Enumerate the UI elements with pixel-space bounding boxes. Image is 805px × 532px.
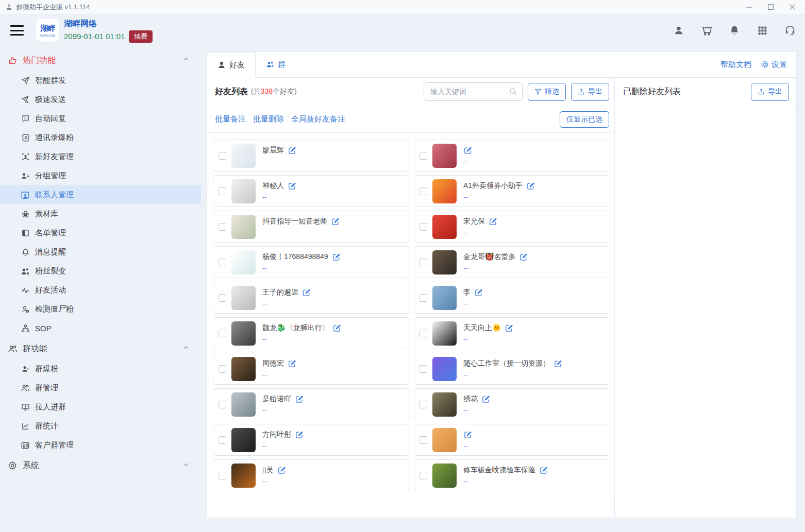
edit-remark-icon[interactable] <box>332 253 341 262</box>
friend-avatar <box>231 392 256 417</box>
minimize-button[interactable] <box>745 4 752 11</box>
sidebar-item-新好友管理[interactable]: 新好友管理 <box>0 147 201 166</box>
edit-remark-icon[interactable] <box>539 466 548 475</box>
friend-checkbox[interactable] <box>420 365 427 373</box>
friend-checkbox[interactable] <box>219 401 226 408</box>
sidebar-item-联系人管理[interactable]: 联系人管理 <box>0 185 201 204</box>
sidebar-item-群统计[interactable]: 群统计 <box>0 417 201 436</box>
keyword-search-input[interactable] <box>424 82 523 101</box>
sidebar-item-拉人进群[interactable]: 拉人进群 <box>0 398 201 417</box>
friend-card: 神秘人-- <box>213 175 409 207</box>
edit-remark-icon[interactable] <box>481 395 490 404</box>
friend-checkbox[interactable] <box>219 223 226 231</box>
deleted-export-button[interactable]: 导出 <box>751 83 789 101</box>
edit-remark-icon[interactable] <box>463 431 472 439</box>
friend-checkbox[interactable] <box>420 330 427 337</box>
sidebar-item-群爆粉[interactable]: 群爆粉 <box>0 359 201 379</box>
edit-remark-icon[interactable] <box>331 217 340 226</box>
edit-remark-icon[interactable] <box>288 359 296 368</box>
edit-remark-icon[interactable] <box>519 253 528 262</box>
friend-checkbox[interactable] <box>420 259 427 266</box>
settings-link[interactable]: 设置 <box>761 60 787 70</box>
friend-checkbox[interactable] <box>219 472 226 479</box>
sidebar-item-通讯录爆粉[interactable]: 通讯录爆粉 <box>0 128 201 147</box>
edit-remark-icon[interactable] <box>288 182 296 191</box>
menu-toggle-icon[interactable] <box>10 25 24 36</box>
friend-checkbox[interactable] <box>219 259 226 266</box>
sidebar-item-分组管理[interactable]: 分组管理 <box>0 166 201 185</box>
friend-checkbox[interactable] <box>219 187 226 195</box>
friend-checkbox[interactable] <box>420 294 427 302</box>
edit-remark-icon[interactable] <box>554 359 562 368</box>
apps-grid-icon[interactable] <box>757 25 768 36</box>
user-icon[interactable] <box>673 25 684 36</box>
friend-name: 廖晨辉 <box>262 146 284 155</box>
sidebar-item-极速发送[interactable]: 极速发送 <box>0 90 201 109</box>
friend-checkbox[interactable] <box>219 436 226 444</box>
friend-checkbox[interactable] <box>219 294 226 302</box>
friend-checkbox[interactable] <box>420 436 427 444</box>
edit-remark-icon[interactable] <box>277 466 286 475</box>
sidebar-item-label: 群爆粉 <box>35 364 58 374</box>
edit-remark-icon[interactable] <box>288 146 296 155</box>
renew-button[interactable]: 续费 <box>129 30 153 43</box>
edit-remark-icon[interactable] <box>505 324 513 333</box>
friend-checkbox[interactable] <box>420 152 427 160</box>
friend-checkbox[interactable] <box>420 187 427 195</box>
close-button[interactable] <box>789 4 796 11</box>
sidebar-item-客户群管理[interactable]: 客户群管理 <box>0 436 201 455</box>
edit-remark-icon[interactable] <box>295 395 304 404</box>
sidebar-item-名单管理[interactable]: 名单管理 <box>0 224 201 243</box>
sidebar-section-系统[interactable]: 系统 <box>0 455 201 476</box>
sidebar-item-自动回复[interactable]: 自动回复 <box>0 109 201 128</box>
sidebar-item-好友活动[interactable]: 好友活动 <box>0 281 201 300</box>
friend-card: 廖晨辉-- <box>213 140 409 171</box>
sidebar-item-检测僵尸粉[interactable]: 检测僵尸粉 <box>0 300 201 319</box>
help-doc-link[interactable]: 帮助文档 <box>720 60 751 70</box>
user-list-icon <box>21 171 30 181</box>
edit-remark-icon[interactable] <box>295 431 304 439</box>
edit-remark-icon[interactable] <box>474 288 483 297</box>
edit-remark-icon[interactable] <box>489 217 497 226</box>
user-add-icon <box>21 365 30 374</box>
chat-icon <box>21 114 30 124</box>
edit-remark-icon[interactable] <box>302 288 311 297</box>
friend-avatar <box>432 392 457 417</box>
sidebar-section-群功能[interactable]: 群功能 <box>0 338 201 359</box>
deleted-list-body <box>615 106 796 518</box>
friend-remark: -- <box>463 477 548 485</box>
edit-remark-icon[interactable] <box>463 146 472 155</box>
headset-icon[interactable] <box>784 25 796 36</box>
sidebar-item-SOP[interactable]: SOP <box>0 319 201 338</box>
maximize-button[interactable] <box>767 4 774 11</box>
edit-remark-icon[interactable] <box>332 324 341 333</box>
friend-checkbox[interactable] <box>219 365 226 373</box>
bulk-delete-link[interactable]: 批量删除 <box>253 114 284 124</box>
sidebar-item-消息提醒[interactable]: 消息提醒 <box>0 243 201 262</box>
friend-remark: -- <box>262 300 311 307</box>
filter-button[interactable]: 筛选 <box>528 83 566 101</box>
sidebar-item-智能群发[interactable]: 智能群发 <box>0 71 201 90</box>
friend-checkbox[interactable] <box>420 472 427 479</box>
bulk-remark-link[interactable]: 批量备注 <box>215 114 246 124</box>
company-name: 湖畔网络 <box>64 19 153 29</box>
friend-remark: -- <box>463 406 490 414</box>
sidebar-section-热门功能[interactable]: 热门功能 <box>0 49 201 71</box>
tab-friends[interactable]: 好友 <box>207 52 256 78</box>
sidebar-item-群管理[interactable]: 群管理 <box>0 379 201 398</box>
export-button[interactable]: 导出 <box>571 83 609 101</box>
friend-checkbox[interactable] <box>219 152 226 160</box>
only-show-selected-button[interactable]: 仅显示已选 <box>560 111 609 128</box>
friend-checkbox[interactable] <box>420 223 427 231</box>
bell-icon[interactable] <box>729 25 740 36</box>
friend-checkbox[interactable] <box>219 330 226 337</box>
sidebar-item-素材库[interactable]: 素材库 <box>0 204 201 224</box>
cart-icon[interactable] <box>701 25 712 36</box>
edit-remark-icon[interactable] <box>526 182 535 191</box>
global-new-friend-remark-link[interactable]: 全局新好友备注 <box>291 114 345 124</box>
sidebar-item-粉丝裂变[interactable]: 粉丝裂变 <box>0 262 201 281</box>
tab-groups[interactable]: 群 <box>256 52 296 77</box>
sidebar-item-label: 群管理 <box>35 383 58 393</box>
friend-avatar <box>231 215 256 239</box>
friend-checkbox[interactable] <box>420 401 427 408</box>
